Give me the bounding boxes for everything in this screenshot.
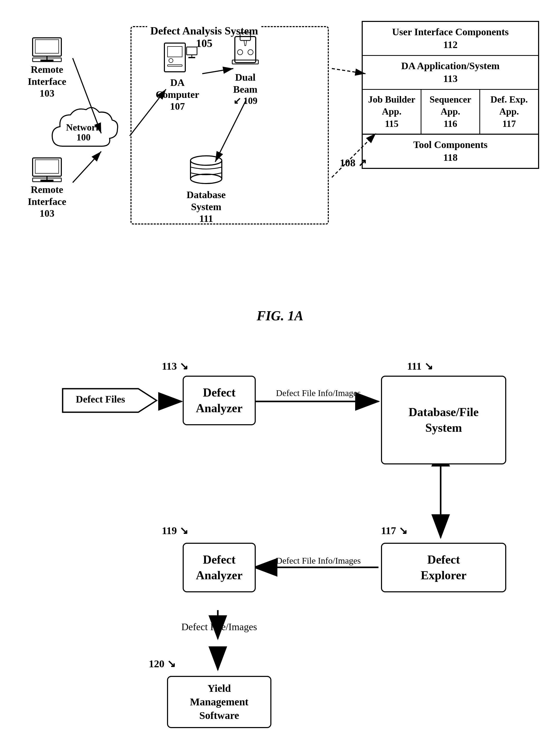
da-computer-label: DAComputer xyxy=(149,77,206,100)
svg-point-31 xyxy=(237,50,243,55)
tool-components-label: Tool Components xyxy=(413,139,488,150)
yield-management-box: YieldManagementSoftware xyxy=(167,676,271,728)
dual-beam-ref109: ↙ 109 xyxy=(217,95,274,106)
sequencer-cell: SequencerApp.116 xyxy=(421,90,480,134)
svg-rect-15 xyxy=(35,160,59,173)
da-application-label: DA Application/System xyxy=(401,60,500,71)
svg-text:Defect Files: Defect Files xyxy=(76,394,125,405)
network-cloud: Network 100 xyxy=(47,99,120,157)
ref-120: 120 ↘ xyxy=(149,658,176,670)
svg-rect-22 xyxy=(168,46,182,57)
ref-119: 119 ↘ xyxy=(162,525,188,537)
svg-text:100: 100 xyxy=(76,132,91,142)
defect-file-images-label: Defect File/Images xyxy=(172,621,266,633)
remote-interface-top: RemoteInterface 103 xyxy=(21,37,73,99)
dual-beam-label: DualBeam xyxy=(217,71,274,95)
da-computer: DAComputer 107 xyxy=(149,42,206,112)
defect-explorer-box: DefectExplorer xyxy=(381,543,506,592)
ref-117: 117 ↘ xyxy=(381,525,408,537)
svg-point-37 xyxy=(190,174,222,183)
database-system-label: DatabaseSystem xyxy=(177,189,235,213)
database-system-number: 111 xyxy=(177,213,235,225)
remote-interface-bottom: RemoteInterface 103 xyxy=(21,157,73,219)
tool-components-row: Tool Components 118 xyxy=(363,135,538,168)
da-application-number: 113 xyxy=(443,73,458,84)
def-exp-cell: Def. Exp.App.117 xyxy=(480,90,538,134)
defect-file-info-label-2: Defect File Info/Images xyxy=(256,556,381,566)
remote-interface-top-label: RemoteInterface xyxy=(21,64,73,87)
ui-components-row: User Interface Components 112 xyxy=(363,22,538,56)
svg-point-34 xyxy=(190,156,222,165)
svg-point-32 xyxy=(248,50,253,55)
fig1a-caption: FIG. 1A xyxy=(21,308,539,323)
svg-point-23 xyxy=(169,58,173,63)
tool-components-number: 118 xyxy=(443,152,458,163)
svg-rect-27 xyxy=(188,57,195,58)
remote-interface-bottom-number: 103 xyxy=(21,207,73,219)
defect-files-arrow: Defect Files xyxy=(60,384,159,419)
job-builder-cell: Job BuilderApp.115 xyxy=(363,90,421,134)
da-application-row: DA Application/System 113 xyxy=(363,56,538,90)
database-file-system-box: Database/FileSystem xyxy=(381,376,506,465)
ref-108: 108 ↗ xyxy=(340,157,367,169)
da-computer-number: 107 xyxy=(149,100,206,112)
remote-interface-top-number: 103 xyxy=(21,87,73,99)
fig1b-diagram: 113 ↘ DefectAnalyzer 111 ↘ Database/File… xyxy=(21,349,539,725)
svg-marker-30 xyxy=(244,40,247,46)
fig1b-container: 113 ↘ DefectAnalyzer 111 ↘ Database/File… xyxy=(21,349,539,732)
defect-file-info-label-1: Defect File Info/Images xyxy=(256,388,381,398)
database-system: DatabaseSystem 111 xyxy=(177,154,235,225)
svg-rect-24 xyxy=(168,65,182,66)
remote-interface-bottom-label: RemoteInterface xyxy=(21,184,73,207)
svg-text:Network: Network xyxy=(66,122,101,133)
fig1a-container: RemoteInterface 103 RemoteInterface 103 xyxy=(21,16,539,339)
fig1b-caption: FIG. 1B xyxy=(21,731,539,732)
ui-components-number: 112 xyxy=(443,39,458,50)
ref-113: 113 ↘ xyxy=(162,360,188,372)
apps-row: Job BuilderApp.115 SequencerApp.116 Def.… xyxy=(363,90,538,135)
ui-components-label: User Interface Components xyxy=(392,26,509,37)
defect-analyzer-113-box: DefectAnalyzer xyxy=(183,376,256,425)
svg-rect-33 xyxy=(232,60,258,64)
svg-rect-25 xyxy=(187,47,197,55)
page: RemoteInterface 103 RemoteInterface 103 xyxy=(0,0,560,732)
defect-analyzer-119-box: DefectAnalyzer xyxy=(183,543,256,592)
ref-111-top: 111 ↘ xyxy=(407,360,433,372)
svg-line-7 xyxy=(332,68,366,74)
component-box: User Interface Components 112 DA Applica… xyxy=(362,21,539,169)
svg-rect-10 xyxy=(35,40,59,53)
dual-beam: DualBeam ↙ 109 xyxy=(217,31,274,106)
fig1a-diagram: RemoteInterface 103 RemoteInterface 103 xyxy=(21,16,539,303)
